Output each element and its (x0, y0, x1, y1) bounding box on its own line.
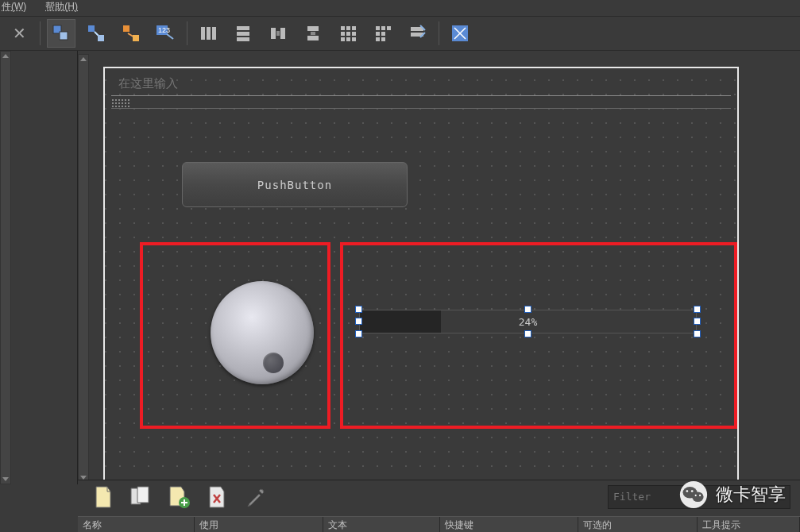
document-icon (93, 485, 114, 509)
layout-form-button[interactable] (369, 19, 397, 48)
col-checkable[interactable]: 可选的 (578, 517, 698, 532)
resize-handle-bm[interactable] (524, 330, 531, 337)
svg-rect-9 (207, 27, 211, 40)
svg-text:123: 123 (158, 26, 170, 34)
svg-rect-30 (381, 26, 385, 30)
canvas-area: PushButton 24% (78, 51, 800, 484)
splitter-h-icon (269, 25, 287, 42)
resize-handle-tr[interactable] (694, 306, 701, 313)
widget-box-sidebar (0, 51, 78, 484)
layout-v-splitter-button[interactable] (299, 19, 327, 48)
svg-rect-22 (352, 26, 356, 30)
watermark-text: 微卡智享 (716, 483, 786, 507)
document-plus-icon (168, 485, 191, 509)
form-canvas[interactable]: PushButton 24% (103, 67, 739, 484)
copy-action-button[interactable] (129, 484, 154, 510)
resize-handle-ml[interactable] (355, 318, 362, 325)
wrench-icon (245, 486, 267, 508)
svg-rect-24 (346, 32, 350, 36)
svg-rect-28 (352, 37, 356, 41)
adjust-size-button[interactable] (446, 19, 474, 48)
svg-point-46 (699, 495, 701, 496)
col-used[interactable]: 使用 (195, 517, 323, 532)
layout-horizontal-button[interactable] (194, 19, 222, 48)
configure-action-button[interactable] (243, 484, 269, 510)
svg-point-45 (695, 495, 697, 496)
window-title-input[interactable] (111, 71, 731, 94)
resize-handle-tl[interactable] (355, 306, 362, 313)
resize-handle-tm[interactable] (524, 306, 531, 313)
watermark: 微卡智享 (679, 480, 786, 509)
svg-rect-26 (341, 37, 345, 41)
svg-point-43 (686, 490, 689, 492)
resize-handle-mr[interactable] (694, 318, 701, 325)
edit-signals-button[interactable] (82, 19, 110, 48)
sidebar-scrollbar[interactable] (0, 51, 11, 484)
svg-rect-2 (88, 25, 95, 32)
toolbar-separator (439, 21, 439, 45)
annotation-box (340, 242, 737, 429)
layout-h-splitter-button[interactable] (264, 19, 292, 48)
svg-rect-14 (271, 28, 276, 39)
resize-handle-br[interactable] (694, 330, 701, 337)
svg-rect-18 (311, 32, 315, 35)
menubar: 件(W) 帮助(H) (0, 0, 800, 16)
svg-rect-35 (381, 37, 385, 41)
layout-v-icon (234, 25, 252, 42)
new-action-button[interactable] (91, 484, 116, 510)
svg-rect-33 (381, 32, 385, 36)
edit-tab-order-button[interactable]: 123 (152, 19, 180, 48)
paste-action-button[interactable] (167, 484, 192, 510)
col-text[interactable]: 文本 (323, 517, 440, 532)
document-x-icon (207, 485, 229, 509)
svg-rect-13 (237, 37, 249, 41)
edit-widgets-button[interactable] (47, 19, 75, 48)
splitter-v-icon (304, 25, 322, 42)
layout-h-icon (199, 25, 217, 42)
menu-file[interactable]: 件(W) (2, 0, 26, 16)
title-underline (111, 108, 731, 109)
svg-rect-8 (201, 27, 205, 40)
adjust-icon (451, 25, 469, 42)
svg-point-44 (691, 490, 694, 492)
form-icon (374, 25, 392, 42)
documents-icon (129, 485, 153, 509)
delete-action-button[interactable] (205, 484, 230, 510)
signals-icon (87, 24, 106, 43)
canvas-scrollbar[interactable] (78, 54, 89, 483)
col-tooltip[interactable]: 工具提示 (698, 517, 800, 532)
widgets-icon (52, 24, 71, 43)
dial-widget[interactable] (211, 281, 314, 384)
col-shortcut[interactable]: 快捷键 (440, 517, 578, 532)
svg-rect-15 (276, 31, 280, 36)
svg-rect-19 (307, 36, 319, 40)
grid-icon (339, 25, 357, 42)
title-underline (111, 95, 731, 96)
edit-buddies-button[interactable] (117, 19, 145, 48)
svg-rect-27 (346, 37, 350, 41)
progress-text: 24% (519, 316, 537, 328)
svg-rect-16 (280, 28, 285, 39)
progress-bar-widget[interactable]: 24% (359, 310, 697, 333)
svg-rect-25 (352, 32, 356, 36)
svg-rect-34 (376, 37, 380, 41)
svg-rect-20 (341, 26, 345, 30)
svg-rect-11 (237, 26, 249, 30)
svg-rect-4 (123, 25, 129, 32)
menu-grip[interactable] (111, 98, 130, 108)
push-button-widget[interactable]: PushButton (182, 162, 408, 207)
main-area: PushButton 24% (0, 51, 800, 484)
svg-rect-29 (376, 26, 380, 30)
toolbar-separator (40, 21, 41, 45)
toolbar: ✕ 123 (0, 16, 800, 51)
menu-help[interactable]: 帮助(H) (45, 0, 78, 16)
close-button[interactable]: ✕ (5, 19, 33, 48)
svg-point-42 (692, 492, 703, 502)
col-name[interactable]: 名称 (78, 517, 195, 532)
layout-vertical-button[interactable] (229, 19, 257, 48)
layout-grid-button[interactable] (334, 19, 362, 48)
break-icon (409, 25, 427, 42)
resize-handle-bl[interactable] (355, 330, 362, 337)
break-layout-button[interactable] (404, 19, 432, 48)
toolbar-separator (187, 21, 187, 45)
